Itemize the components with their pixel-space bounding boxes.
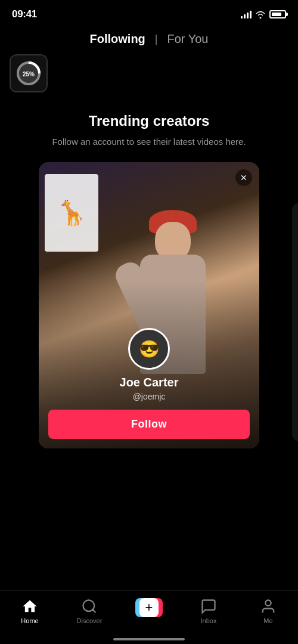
me-icon: [260, 598, 277, 615]
card-info-overlay: 😎 Joe Carter @joemjc Follow: [39, 280, 259, 448]
svg-point-6: [265, 600, 271, 606]
wifi-icon: [255, 10, 266, 18]
tab-for-you[interactable]: For You: [167, 32, 209, 46]
status-icons: [241, 10, 286, 18]
creator-cards-area: 🦒 ✕ 😎 Joe Carter @joemjc Follow: [0, 162, 298, 448]
creator-avatar: 😎: [128, 328, 170, 370]
creator-card: 🦒 ✕ 😎 Joe Carter @joemjc Follow: [39, 162, 259, 448]
tab-divider: |: [155, 33, 158, 45]
tab-following[interactable]: Following: [90, 32, 145, 46]
battery-icon: [269, 10, 286, 18]
nav-label-me: Me: [263, 617, 272, 624]
nav-item-home[interactable]: Home: [0, 596, 60, 624]
header-tabs: Following | For You: [0, 26, 298, 54]
signal-icon: [241, 10, 252, 18]
nav-label-home: Home: [21, 617, 38, 624]
nav-label-inbox: Inbox: [201, 617, 217, 624]
side-peek-card: [292, 203, 298, 441]
home-icon: [21, 598, 38, 615]
svg-line-5: [92, 609, 95, 612]
svg-point-4: [83, 600, 95, 612]
close-button[interactable]: ✕: [235, 169, 252, 186]
inbox-icon: [200, 598, 217, 615]
nav-label-discover: Discover: [77, 617, 103, 624]
create-button[interactable]: +: [135, 598, 163, 617]
trending-title: Trending creators: [10, 113, 288, 129]
nav-item-me[interactable]: Me: [238, 596, 298, 624]
story-area: 25%: [0, 54, 298, 101]
creator-handle: @joemjc: [48, 392, 250, 401]
main-content: Trending creators Follow an account to s…: [0, 101, 298, 148]
home-indicator: [113, 638, 185, 640]
story-pie-chart: 25%: [11, 55, 46, 91]
creator-name: Joe Carter: [48, 376, 250, 389]
status-bar: 09:41: [0, 0, 298, 26]
svg-text:25%: 25%: [23, 71, 35, 78]
giraffe-picture: 🦒: [45, 174, 98, 252]
story-thumbnail[interactable]: 25%: [10, 54, 48, 92]
card-image: 🦒 ✕ 😎 Joe Carter @joemjc Follow: [39, 162, 259, 448]
status-time: 09:41: [12, 8, 37, 20]
follow-button[interactable]: Follow: [48, 410, 250, 439]
plus-bg-center: +: [139, 598, 159, 617]
bottom-nav: Home Discover + Inbox Me: [0, 590, 298, 644]
nav-item-discover[interactable]: Discover: [60, 596, 119, 624]
discover-icon: [81, 598, 98, 615]
plus-icon: +: [145, 601, 153, 614]
close-icon: ✕: [240, 173, 247, 182]
trending-subtitle: Follow an account to see their latest vi…: [10, 135, 288, 148]
nav-item-create[interactable]: +: [119, 596, 179, 617]
nav-item-inbox[interactable]: Inbox: [179, 596, 238, 624]
